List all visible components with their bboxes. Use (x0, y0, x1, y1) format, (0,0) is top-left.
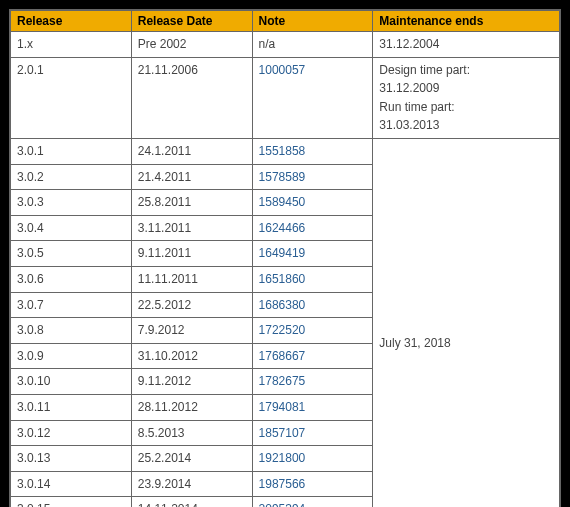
cell-note: 1794081 (252, 394, 373, 420)
cell-date: 8.5.2013 (131, 420, 252, 446)
cell-note: n/a (252, 32, 373, 58)
header-maintenance: Maintenance ends (373, 11, 560, 32)
cell-note: 1987566 (252, 471, 373, 497)
cell-release: 2.0.1 (11, 57, 132, 138)
cell-release: 3.0.12 (11, 420, 132, 446)
note-link[interactable]: 2095394 (259, 502, 306, 507)
cell-date: 21.11.2006 (131, 57, 252, 138)
note-link[interactable]: 1649419 (259, 246, 306, 260)
cell-note: 1000057 (252, 57, 373, 138)
note-link[interactable]: 1589450 (259, 195, 306, 209)
cell-release: 3.0.1 (11, 138, 132, 164)
table-row: 1.x Pre 2002 n/a 31.12.2004 (11, 32, 560, 58)
cell-date: 22.5.2012 (131, 292, 252, 318)
maint-line: Run time part: (379, 98, 553, 117)
cell-release: 3.0.10 (11, 369, 132, 395)
cell-date: 23.9.2014 (131, 471, 252, 497)
cell-note: 1578589 (252, 164, 373, 190)
table-header-row: Release Release Date Note Maintenance en… (11, 11, 560, 32)
note-link[interactable]: 1651860 (259, 272, 306, 286)
cell-note: 1589450 (252, 190, 373, 216)
cell-note: 1921800 (252, 446, 373, 472)
cell-date: 14.11.2014 (131, 497, 252, 507)
cell-date: 25.2.2014 (131, 446, 252, 472)
header-release-date: Release Date (131, 11, 252, 32)
cell-maintenance: 31.12.2004 (373, 32, 560, 58)
cell-date: 9.11.2012 (131, 369, 252, 395)
cell-release: 3.0.3 (11, 190, 132, 216)
note-link[interactable]: 1768667 (259, 349, 306, 363)
cell-note: 1857107 (252, 420, 373, 446)
cell-maintenance: July 31, 2018 (373, 138, 560, 507)
cell-date: 9.11.2011 (131, 241, 252, 267)
cell-date: 3.11.2011 (131, 215, 252, 241)
note-link[interactable]: 1722520 (259, 323, 306, 337)
cell-date: 24.1.2011 (131, 138, 252, 164)
note-link[interactable]: 1794081 (259, 400, 306, 414)
cell-note: 1649419 (252, 241, 373, 267)
cell-release: 3.0.11 (11, 394, 132, 420)
cell-release: 1.x (11, 32, 132, 58)
cell-date: 25.8.2011 (131, 190, 252, 216)
note-link[interactable]: 1987566 (259, 477, 306, 491)
note-link[interactable]: 1686380 (259, 298, 306, 312)
cell-release: 3.0.5 (11, 241, 132, 267)
note-link[interactable]: 1921800 (259, 451, 306, 465)
cell-release: 3.0.15 (11, 497, 132, 507)
note-link[interactable]: 1857107 (259, 426, 306, 440)
cell-date: 28.11.2012 (131, 394, 252, 420)
cell-note: 1686380 (252, 292, 373, 318)
maint-line: Design time part: (379, 61, 553, 80)
cell-note: 2095394 (252, 497, 373, 507)
cell-date: 7.9.2012 (131, 318, 252, 344)
cell-note: 1651860 (252, 266, 373, 292)
cell-release: 3.0.8 (11, 318, 132, 344)
note-link[interactable]: 1782675 (259, 374, 306, 388)
note-link[interactable]: 1000057 (259, 63, 306, 77)
note-link[interactable]: 1578589 (259, 170, 306, 184)
release-table: Release Release Date Note Maintenance en… (10, 10, 560, 507)
note-link[interactable]: 1551858 (259, 144, 306, 158)
cell-note: 1722520 (252, 318, 373, 344)
cell-note: 1624466 (252, 215, 373, 241)
cell-date: 21.4.2011 (131, 164, 252, 190)
cell-release: 3.0.4 (11, 215, 132, 241)
cell-note: 1782675 (252, 369, 373, 395)
table-row: 2.0.1 21.11.2006 1000057 Design time par… (11, 57, 560, 138)
release-table-container: Release Release Date Note Maintenance en… (9, 9, 561, 507)
maint-line: 31.12.2009 (379, 79, 553, 98)
note-link[interactable]: 1624466 (259, 221, 306, 235)
maint-line: 31.03.2013 (379, 116, 553, 135)
cell-release: 3.0.13 (11, 446, 132, 472)
cell-date: Pre 2002 (131, 32, 252, 58)
cell-date: 11.11.2011 (131, 266, 252, 292)
cell-note: 1551858 (252, 138, 373, 164)
cell-release: 3.0.9 (11, 343, 132, 369)
cell-note: 1768667 (252, 343, 373, 369)
cell-maintenance: Design time part: 31.12.2009 Run time pa… (373, 57, 560, 138)
cell-release: 3.0.6 (11, 266, 132, 292)
cell-date: 31.10.2012 (131, 343, 252, 369)
cell-release: 3.0.7 (11, 292, 132, 318)
cell-release: 3.0.14 (11, 471, 132, 497)
cell-release: 3.0.2 (11, 164, 132, 190)
header-release: Release (11, 11, 132, 32)
table-row: 3.0.124.1.20111551858July 31, 2018 (11, 138, 560, 164)
header-note: Note (252, 11, 373, 32)
